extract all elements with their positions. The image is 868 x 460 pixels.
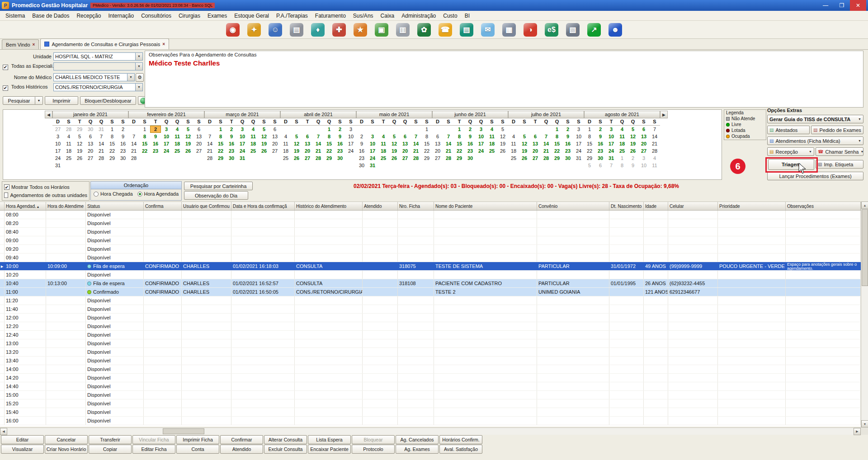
calendar-day[interactable]: 20 [432,147,443,155]
grid-header-status[interactable]: Status [86,202,144,210]
calendar-day[interactable]: 18 [508,147,519,155]
calendar-day[interactable]: 9 [595,133,606,140]
calendar-day[interactable]: 27 [52,126,63,133]
calendar-day[interactable]: 23 [150,147,161,155]
calendar-day[interactable]: 7 [443,133,454,140]
criar-novo-horario-button[interactable]: Criar Novo Horário [45,445,88,454]
calendar-day[interactable]: 15 [454,140,465,147]
medical-cart-button[interactable]: ✚ [331,22,347,38]
grid-row[interactable]: 13:00Disponível [0,339,861,348]
grid-header-historico-do-atendimento[interactable]: Histórico do Atendimento [295,202,363,210]
calendar-day[interactable]: 10 [573,133,584,140]
calendar-day[interactable]: 5 [497,126,508,133]
calendar-day[interactable]: 11 [172,133,183,140]
maximize-button[interactable]: ❐ [834,0,850,11]
grid-row[interactable]: 10:20Disponível [0,271,861,279]
calendar-day[interactable]: 25 [617,147,627,155]
grid-row[interactable]: 11:20Disponível [0,296,861,305]
calendar-day[interactable]: 26 [183,147,193,155]
calendar-day[interactable]: 28 [96,155,107,162]
calendar-day[interactable]: 28 [443,155,454,162]
calendar-day[interactable]: 14 [649,133,660,140]
pedido-exames-button[interactable]: ▤ Pedido de Exames [811,126,863,134]
calendar-day[interactable]: 18 [63,147,74,155]
calendar-day[interactable]: 12 [627,133,638,140]
calendar-day[interactable]: 15 [421,140,432,147]
lista-espera-button[interactable]: Lista Espera [308,435,351,444]
calendar-day[interactable]: 2 [335,126,345,133]
calendar-day[interactable]: 20 [85,147,96,155]
calendar-day[interactable]: 21 [128,147,139,155]
calendar-day[interactable]: 23 [226,147,237,155]
cancelar-button[interactable]: Cancelar [45,435,88,444]
calendar-day[interactable]: 1 [584,126,595,133]
tab-bem-vindo[interactable]: Bem Vindo × [2,39,39,49]
grid-row[interactable]: 13:40Disponível [0,357,861,365]
grid-header-convenio[interactable]: Convênio [537,202,609,210]
menu-item-recepcao[interactable]: Recepção [73,11,104,20]
grid-row[interactable]: 09:20Disponível [0,245,861,253]
calendar-day[interactable]: 9 [150,133,161,140]
calendar-day[interactable]: 21 [541,147,552,155]
calendar-day[interactable]: 21 [649,140,660,147]
calendar-day[interactable]: 24 [161,147,172,155]
calendar-day[interactable]: 27 [530,155,541,162]
calendar-day[interactable]: 16 [150,140,161,147]
grid-row[interactable]: 10:4010:13:00Fila de esperaCONFIRMADOCHA… [0,279,861,288]
calendar-day[interactable]: 19 [259,140,269,147]
pesquisar-carteirinha-button[interactable]: Pesquisar por Carteirinha [184,182,253,190]
calendar-day[interactable]: 1 [215,126,226,133]
calendar-day[interactable]: 11 [378,140,389,147]
vertical-scroll-thumb[interactable] [862,209,868,286]
calendar-day[interactable]: 30 [226,155,237,162]
calendar-day[interactable]: 5 [627,126,638,133]
grid-header-confirma[interactable]: Confirma [144,202,182,210]
grid-header-hora-agendad[interactable]: Hora Agendad. ▴ [5,202,46,210]
calendar-day[interactable]: 5 [519,133,530,140]
calendar-day[interactable]: 3 [638,155,649,162]
calendar-day[interactable]: 25 [172,147,183,155]
menu-item-estoque-geral[interactable]: Estoque Geral [231,11,273,20]
calendar-day[interactable]: 18 [378,147,389,155]
editar-ficha-button[interactable]: Editar Ficha [132,445,175,454]
calendar-day[interactable]: 10 [345,133,356,140]
grid-row[interactable]: 14:00Disponível [0,365,861,374]
calendar-day[interactable]: 4 [172,126,183,133]
calendar-day[interactable]: 6 [595,162,606,169]
grid-header-idade[interactable]: Idade [644,202,668,210]
transferir-button[interactable]: Transferir [89,435,132,444]
calendar-day[interactable]: 14 [410,140,421,147]
hospital-button[interactable]: ★ [352,22,368,38]
todas-especialidades-checkbox[interactable]: ✔ [3,65,8,70]
calendar-day[interactable]: 6 [400,133,410,140]
chamar-senha-button[interactable]: ☎ Chamar Senha ▼ [816,147,863,156]
calendar-day[interactable]: 18 [172,140,183,147]
calendar-day[interactable]: 24 [237,147,248,155]
calendar-day[interactable]: 16 [595,140,606,147]
calendar-day[interactable]: 14 [313,140,324,147]
calendar-day[interactable]: 1 [552,126,562,133]
calendar-day[interactable]: 21 [204,147,215,155]
observations-panel[interactable]: Observações Para o Agendamento de Consul… [145,51,863,108]
menu-item-caixa[interactable]: Caixa [377,11,398,20]
phone-button[interactable]: ☎ [437,22,453,38]
calendar-day[interactable]: 7 [410,133,421,140]
calendar-day[interactable]: 22 [421,147,432,155]
calendar-day[interactable]: 29 [552,155,562,162]
calendar-day[interactable]: 11 [280,140,291,147]
calendar-day[interactable]: 19 [519,147,530,155]
calendar-day[interactable]: 10 [237,133,248,140]
calendar-day[interactable]: 17 [476,140,486,147]
calendar-day[interactable]: 11 [617,133,627,140]
calendar-day[interactable]: 25 [63,155,74,162]
grid-header-usuario-que-confirmou[interactable]: Usuário que Confirmou [182,202,231,210]
calendar-day[interactable]: 7 [128,133,139,140]
calendar-day[interactable]: 6 [85,133,96,140]
calendar-day[interactable]: 12 [259,133,269,140]
calendar-day[interactable]: 19 [389,147,400,155]
calendar-day[interactable]: 6 [269,126,280,133]
calendar-day[interactable]: 17 [237,140,248,147]
calendar-day[interactable]: 24 [606,147,617,155]
calendar-day[interactable]: 29 [454,155,465,162]
calendar-day[interactable]: 7 [96,133,107,140]
